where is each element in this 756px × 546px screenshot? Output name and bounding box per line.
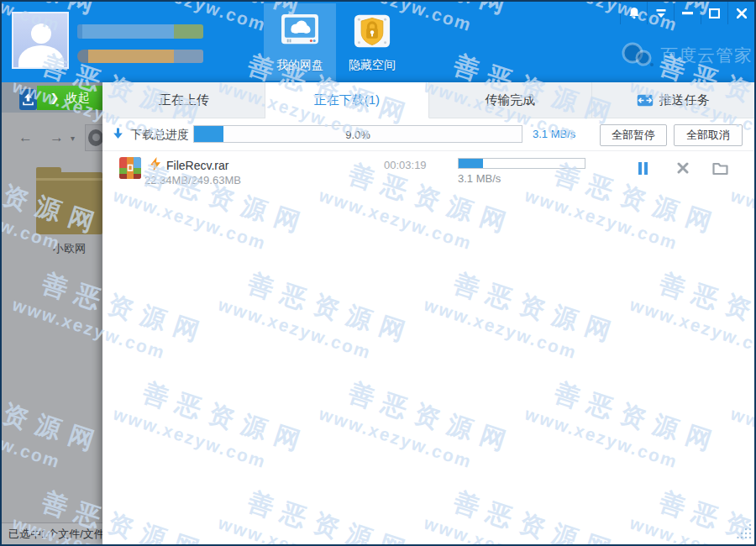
cloud-monitor-icon — [281, 13, 319, 52]
nav-tab-hidden-space[interactable]: 隐藏空间 — [336, 3, 408, 81]
collapse-button[interactable]: ❯ 收起 — [37, 86, 102, 110]
tab-label: 正在下载(1) — [314, 92, 380, 108]
tab-completed[interactable]: 传输完成 — [429, 82, 592, 118]
baidu-cloud-logo-icon — [620, 39, 655, 72]
selection-status: 已选中1个文件/文件 — [8, 527, 102, 542]
transfer-panel: 正在上传 正在下载(1) 传输完成 推送任务 — [102, 82, 754, 544]
skin-menu-icon[interactable] — [647, 2, 674, 24]
window-controls — [620, 2, 754, 24]
quota-redacted-bar — [77, 50, 203, 63]
total-progress-percent: 9.0% — [194, 129, 522, 141]
shield-lock-icon — [354, 13, 391, 52]
file-explorer-sidebar: ❯ 收起 ← → ▾ 小欧网 已选中1个文件/文件 — [2, 82, 102, 544]
download-task-row[interactable]: FileRecv.rar 22.34MB/249.63MB 00:03:19 3… — [102, 151, 754, 192]
nav-tab-my-drive[interactable]: 我的网盘 — [264, 3, 336, 81]
cancel-all-button[interactable]: 全部取消 — [674, 124, 743, 146]
forward-arrow-icon[interactable]: → — [50, 129, 64, 146]
explorer-status-bar: 已选中1个文件/文件 — [2, 522, 102, 544]
download-arrow-icon — [113, 128, 123, 144]
nav-tab-label: 我的网盘 — [276, 58, 323, 73]
tab-uploading[interactable]: 正在上传 — [102, 82, 265, 118]
history-caret-icon[interactable]: ▾ — [71, 134, 75, 143]
folder-label: 小欧网 — [36, 241, 102, 256]
pause-task-icon[interactable] — [638, 162, 648, 175]
collapse-row: ❯ 收起 — [2, 82, 102, 113]
home-button[interactable] — [85, 124, 102, 151]
tab-label: 正在上传 — [159, 92, 209, 108]
task-speed: 3.1 MB/s — [458, 172, 501, 185]
tab-label: 推送任务 — [659, 92, 709, 108]
app-window: 我的网盘 隐藏空间 — [0, 0, 756, 546]
progress-summary-row: 下载总进度 9.0% 3.1 MB/s 全部暂停 全部取消 — [102, 118, 754, 151]
nav-tab-label: 隐藏空间 — [349, 58, 396, 73]
back-arrow-icon[interactable]: ← — [18, 129, 33, 146]
tab-push-tasks[interactable]: 推送任务 — [592, 82, 754, 118]
collapse-button-label: 收起 — [66, 91, 89, 106]
folder-icon — [36, 172, 102, 234]
brand-title: 百度云管家 — [660, 44, 753, 67]
notification-bell-icon[interactable] — [620, 2, 647, 24]
tab-downloading[interactable]: 正在下载(1) — [265, 82, 428, 118]
total-progress-label: 下载总进度 — [130, 128, 189, 143]
push-device-icon — [637, 94, 654, 107]
maximize-button[interactable] — [701, 2, 727, 24]
avatar-silhouette — [31, 24, 51, 44]
rar-file-icon — [119, 157, 141, 179]
explorer-toolbar: ← → ▾ — [2, 124, 102, 151]
username-redacted-bar — [77, 24, 203, 39]
avatar[interactable] — [12, 12, 69, 69]
task-time-elapsed: 00:03:19 — [384, 159, 427, 171]
close-button[interactable] — [727, 2, 754, 24]
header-nav: 我的网盘 隐藏空间 — [264, 3, 408, 81]
minimize-button[interactable] — [674, 2, 701, 24]
upload-icon[interactable] — [19, 89, 37, 110]
brand: 百度云管家 — [620, 39, 753, 72]
tab-label: 传输完成 — [485, 92, 535, 108]
cancel-task-icon[interactable] — [677, 162, 689, 174]
total-progress-bar: 9.0% — [193, 125, 522, 143]
folder-item-selected[interactable] — [36, 172, 102, 234]
speedup-lightning-icon — [150, 157, 161, 175]
task-size-progress: 22.34MB/249.63MB — [144, 174, 241, 186]
task-filename: FileRecv.rar — [166, 159, 228, 172]
transfer-tabs: 正在上传 正在下载(1) 传输完成 推送任务 — [102, 82, 754, 118]
home-icon — [88, 129, 102, 146]
task-progress-fill — [459, 159, 483, 168]
pause-all-button[interactable]: 全部暂停 — [600, 124, 667, 146]
header: 我的网盘 隐藏空间 — [2, 2, 754, 82]
open-folder-icon[interactable] — [712, 162, 728, 176]
total-speed: 3.1 MB/s — [533, 128, 575, 140]
chevron-right-icon: ❯ — [50, 92, 60, 104]
task-progress-bar — [458, 158, 585, 169]
resize-grip[interactable] — [737, 523, 752, 542]
